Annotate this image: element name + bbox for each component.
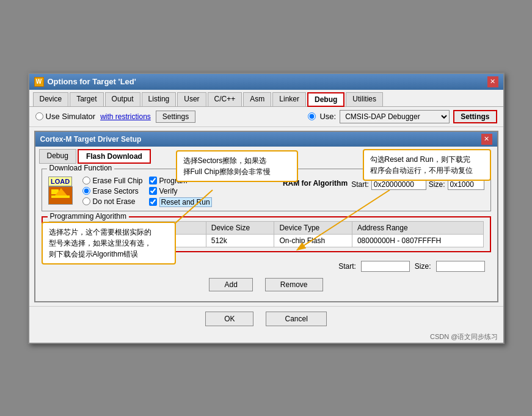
window-title: Options for Target 'Led' [48, 77, 136, 86]
watermark: CSDN @语文同步练习 [29, 331, 503, 343]
app-icon: W [34, 77, 44, 87]
verify-checkbox[interactable] [149, 187, 157, 195]
col-device-size: Device Size [206, 221, 274, 234]
erase-sectors-opt: Erase Sectors [82, 187, 143, 195]
verify-label: Verify [159, 187, 178, 195]
reset-run-label: Reset and Run [159, 197, 212, 207]
cortex-title-bar: Cortex-M Target Driver Setup ✕ [35, 132, 497, 147]
settings-button-1[interactable]: Settings [156, 111, 195, 123]
erase-sectors-radio[interactable] [82, 187, 90, 195]
start-size-group: Start: Size: [338, 261, 484, 272]
title-bar: W Options for Target 'Led' ✕ [29, 74, 503, 90]
use-label: Use: [319, 112, 336, 121]
main-dialog: W Options for Target 'Led' ✕ Device Targ… [28, 73, 505, 344]
tab-target[interactable]: Target [70, 92, 103, 106]
debugger-row: Use Simulator with restrictions Settings… [29, 107, 503, 127]
load-icon-area: LOAD [48, 177, 73, 205]
erase-full-chip-radio[interactable] [82, 177, 90, 184]
cortex-dialog: Cortex-M Target Driver Setup ✕ Debug Fla… [34, 131, 498, 302]
do-not-erase-radio[interactable] [82, 197, 90, 205]
start-input[interactable] [361, 261, 410, 272]
prog-algo-label: Programming Algorithm [48, 212, 129, 221]
download-function-label: Download Function [47, 164, 115, 172]
settings-button-2[interactable]: Settings [453, 110, 497, 123]
tab-output[interactable]: Output [105, 92, 140, 106]
size-input[interactable] [436, 261, 485, 272]
col-address-range: Address Range [352, 221, 483, 234]
col-device-type: Device Type [274, 221, 352, 234]
do-not-erase-opt: Do not Erase [82, 197, 143, 206]
add-remove-row: Add Remove [42, 276, 491, 296]
reset-run-opt: Reset and Run [149, 197, 212, 207]
callout-reset: 勾选Reset and Run，则下载完程序会自动运行，不用手动复位 [363, 149, 491, 181]
tab-cpp[interactable]: C/C++ [208, 92, 242, 106]
simulator-radio-group: Use Simulator [35, 112, 96, 121]
ok-button[interactable]: OK [205, 312, 253, 326]
tab-linker[interactable]: Linker [272, 92, 306, 106]
simulator-radio[interactable] [35, 112, 43, 120]
ram-size-label: Size: [429, 180, 445, 189]
row-address-range: 08000000H - 0807FFFFH [352, 234, 483, 247]
svg-rect-2 [51, 195, 70, 198]
tab-debug[interactable]: Debug [307, 92, 344, 107]
row-device-size: 512k [206, 234, 274, 247]
callout-erase-text: 选择Sectors擦除，如果选择Full Chip擦除则会非常慢 [183, 156, 271, 176]
erase-full-chip-opt: Erase Full Chip [82, 177, 143, 185]
callout-reset-text: 勾选Reset and Run，则下载完程序会自动运行，不用手动复位 [370, 155, 473, 175]
load-text: LOAD [48, 177, 72, 186]
erase-sectors-label: Erase Sectors [93, 187, 139, 195]
use-group: Use: CMSIS-DAP Debugger Settings [308, 110, 497, 123]
callout-erase: 选择Sectors擦除，如果选择Full Chip擦除则会非常慢 [176, 150, 298, 182]
remove-button[interactable]: Remove [265, 278, 323, 291]
cortex-close-button[interactable]: ✕ [481, 134, 492, 145]
size-label: Size: [415, 262, 431, 271]
cortex-tab-flash[interactable]: Flash Download [78, 149, 151, 164]
program-checkbox[interactable] [149, 177, 157, 184]
callout-algo: 选择芯片，这个需要根据实际的型号来选择，如果这里没有选，则下载会提示Algori… [42, 222, 176, 265]
load-img [48, 186, 73, 205]
cortex-tab-debug[interactable]: Debug [39, 149, 76, 164]
restrictions-link[interactable]: with restrictions [100, 112, 151, 121]
simulator-label: Use Simulator [46, 112, 96, 121]
title-bar-left: W Options for Target 'Led' [34, 77, 136, 87]
tab-utilities[interactable]: Utilities [346, 92, 383, 106]
tab-user[interactable]: User [177, 92, 206, 106]
ram-start-label: Start: [351, 180, 369, 189]
add-button[interactable]: Add [209, 278, 252, 291]
tabs-row: Device Target Output Listing User C/C++ … [29, 90, 503, 107]
tab-device[interactable]: Device [33, 92, 69, 106]
debugger-select[interactable]: CMSIS-DAP Debugger [340, 110, 450, 123]
row-device-type: On-chip Flash [274, 234, 352, 247]
reset-run-checkbox[interactable] [149, 198, 157, 206]
erase-options: Erase Full Chip Erase Sectors Do not Era… [82, 177, 143, 206]
use-radio[interactable] [308, 112, 316, 120]
start-label: Start: [338, 262, 356, 271]
cancel-button[interactable]: Cancel [266, 312, 326, 326]
tab-listing[interactable]: Listing [142, 92, 177, 106]
close-button[interactable]: ✕ [487, 76, 498, 87]
callout-algo-text: 选择芯片，这个需要根据实际的型号来选择，如果这里没有选，则下载会提示Algori… [49, 228, 151, 258]
verify-opt: Verify [149, 187, 212, 195]
cortex-title: Cortex-M Target Driver Setup [40, 135, 142, 144]
ok-cancel-row: OK Cancel [29, 306, 503, 331]
do-not-erase-label: Do not Erase [93, 197, 136, 206]
erase-full-chip-label: Erase Full Chip [93, 177, 143, 185]
tab-asm[interactable]: Asm [243, 92, 271, 106]
